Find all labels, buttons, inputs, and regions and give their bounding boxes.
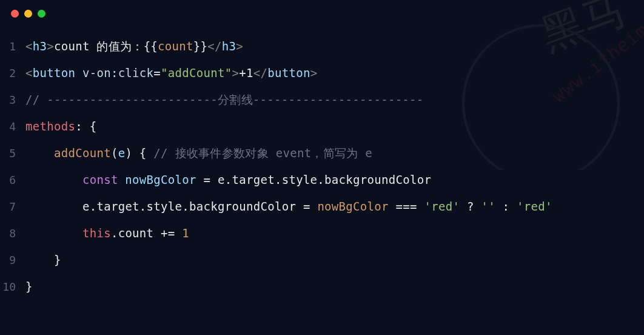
token: 'red'	[424, 200, 460, 213]
token: .	[139, 200, 147, 213]
token	[25, 146, 54, 160]
token: <	[25, 66, 33, 80]
token: =	[153, 66, 161, 80]
token: backgroundColor	[324, 173, 431, 186]
token: +=	[153, 226, 182, 240]
code-content[interactable]: methods: {	[21, 113, 644, 140]
line-number: 2	[0, 60, 21, 87]
token: +1	[239, 66, 253, 80]
token: </	[207, 39, 221, 53]
code-line[interactable]: 3// ------------------------分割线---------…	[0, 86, 644, 113]
token: }	[25, 280, 33, 293]
maximize-icon[interactable]	[38, 10, 45, 18]
token: backgroundColor	[189, 200, 296, 213]
line-number: 6	[0, 167, 21, 194]
code-content[interactable]: }	[21, 273, 644, 300]
token: h3	[222, 39, 236, 53]
code-content[interactable]: this.count += 1	[21, 220, 644, 246]
token: addCount	[54, 146, 111, 160]
token: }}	[193, 39, 207, 53]
token: <	[25, 39, 33, 53]
token: e	[218, 173, 225, 186]
line-number: 10	[0, 274, 21, 300]
token: // ------------------------分割线----------…	[25, 93, 424, 106]
token: {{	[144, 39, 158, 53]
token: h3	[33, 39, 47, 53]
token: ===	[389, 200, 424, 213]
token: }	[25, 253, 61, 266]
line-number: 9	[0, 247, 21, 274]
token: count 的值为：	[54, 39, 144, 53]
token: // 接收事件参数对象 event，简写为 e	[153, 146, 372, 160]
token: style	[147, 200, 183, 213]
code-content[interactable]: }	[21, 246, 644, 273]
token: target	[232, 173, 274, 186]
line-number: 7	[0, 194, 21, 220]
token: count	[158, 39, 193, 53]
token: >	[232, 66, 239, 80]
token: "addCount"	[161, 66, 232, 80]
token: >	[310, 66, 318, 80]
code-content[interactable]: e.target.style.backgroundColor = nowBgCo…	[21, 193, 644, 220]
token: ''	[481, 200, 495, 213]
token: e	[82, 200, 90, 213]
token: style	[282, 173, 318, 186]
code-line[interactable]: 9 }	[0, 246, 644, 273]
line-number: 5	[0, 140, 21, 167]
token: v-on:click	[82, 66, 153, 80]
token: const	[82, 173, 125, 186]
token: .	[317, 173, 324, 186]
code-line[interactable]: 5 addCount(e) { // 接收事件参数对象 event，简写为 e	[0, 140, 644, 166]
token: nowBgColor	[317, 200, 388, 213]
token	[25, 200, 82, 213]
token: 1	[182, 226, 189, 240]
token: button	[267, 66, 310, 80]
token: ) {	[125, 146, 153, 160]
code-content[interactable]: const nowBgColor = e.target.style.backgr…	[21, 166, 644, 193]
code-editor-window: 黑马 www.itheima 1<h3>count 的值为：{{count}}<…	[0, 0, 644, 335]
token: .	[90, 200, 97, 213]
code-line[interactable]: 8 this.count += 1	[0, 220, 644, 246]
line-number: 8	[0, 220, 21, 247]
line-number: 3	[0, 87, 21, 113]
token: :	[495, 200, 517, 213]
token	[25, 226, 82, 240]
minimize-icon[interactable]	[24, 10, 32, 18]
token: nowBgColor	[125, 173, 196, 186]
token	[25, 173, 82, 186]
code-line[interactable]: 7 e.target.style.backgroundColor = nowBg…	[0, 193, 644, 220]
token: </	[253, 66, 267, 80]
token: =	[196, 173, 218, 186]
token: : {	[75, 120, 96, 133]
line-number: 1	[0, 33, 21, 60]
code-content[interactable]: <button v-on:click="addCount">+1</button…	[21, 59, 644, 86]
token: .	[182, 200, 189, 213]
token: count	[118, 226, 154, 240]
code-line[interactable]: 2<button v-on:click="addCount">+1</butto…	[0, 59, 644, 86]
code-line[interactable]: 6 const nowBgColor = e.target.style.back…	[0, 166, 644, 193]
token: this	[82, 226, 111, 240]
token: ?	[460, 200, 481, 213]
code-editor[interactable]: 1<h3>count 的值为：{{count}}</h3>2<button v-…	[0, 27, 644, 300]
code-line[interactable]: 4methods: {	[0, 113, 644, 140]
token: button	[33, 66, 82, 80]
token: >	[47, 39, 54, 53]
token: .	[275, 173, 282, 186]
titlebar	[0, 0, 644, 27]
token: e	[118, 146, 126, 160]
token: =	[296, 200, 317, 213]
token: >	[236, 39, 243, 53]
code-content[interactable]: // ------------------------分割线----------…	[21, 86, 644, 113]
token: target	[96, 200, 139, 213]
token: 'red'	[517, 200, 552, 213]
token: (	[111, 146, 118, 160]
token: methods	[25, 120, 75, 133]
line-number: 4	[0, 113, 21, 140]
code-content[interactable]: addCount(e) { // 接收事件参数对象 event，简写为 e	[21, 140, 644, 166]
token: .	[111, 226, 118, 240]
close-icon[interactable]	[11, 10, 19, 18]
code-content[interactable]: <h3>count 的值为：{{count}}</h3>	[21, 33, 644, 59]
token: .	[225, 173, 232, 186]
code-line[interactable]: 1<h3>count 的值为：{{count}}</h3>	[0, 33, 644, 59]
code-line[interactable]: 10}	[0, 273, 644, 300]
